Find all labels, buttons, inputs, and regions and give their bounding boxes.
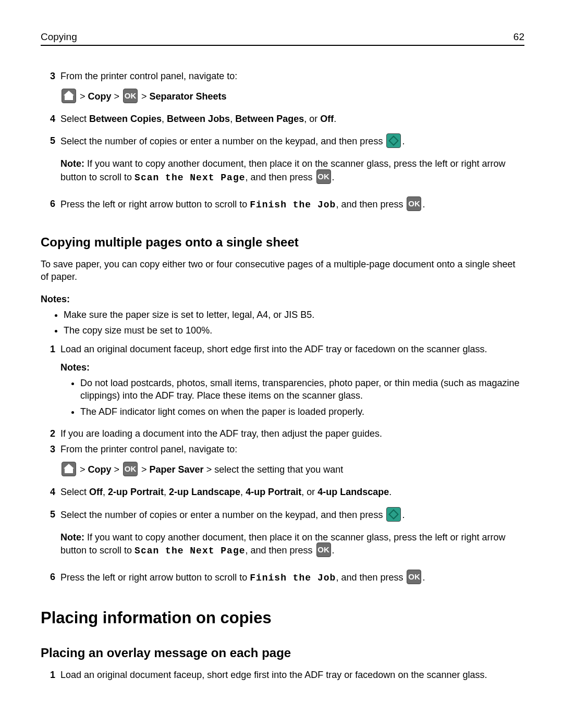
step-number: 1 bbox=[41, 669, 60, 681]
opt: Between Jobs bbox=[167, 114, 230, 124]
step-number: 6 bbox=[41, 198, 60, 212]
list-item: Make sure the paper size is set to lette… bbox=[64, 309, 524, 321]
path-item: Copy bbox=[88, 464, 112, 475]
list-item: The copy size must be set to 100%. bbox=[64, 324, 524, 337]
ok-icon: OK bbox=[316, 169, 331, 184]
notes-list: Do not load postcards, photos, small ite… bbox=[60, 377, 524, 418]
txt: Select bbox=[60, 487, 89, 497]
txt: , bbox=[162, 114, 167, 124]
heading-2: Placing an overlay message on each page bbox=[41, 645, 524, 661]
txt: , bbox=[230, 114, 235, 124]
step-body: If you are loading a document into the A… bbox=[60, 427, 524, 440]
home-icon bbox=[62, 89, 76, 103]
start-icon bbox=[386, 133, 401, 148]
txt: > select the setting that you want bbox=[204, 464, 344, 475]
txt: . bbox=[402, 510, 405, 520]
display-text: Finish the Job bbox=[250, 573, 336, 583]
step-body: Press the left or right arrow button to … bbox=[60, 198, 524, 212]
heading-2: Copying multiple pages onto a single she… bbox=[41, 234, 524, 251]
note: Note: If you want to copy another docume… bbox=[60, 157, 524, 184]
path-sep: > bbox=[77, 91, 88, 102]
start-icon bbox=[386, 507, 401, 522]
txt: . bbox=[332, 545, 335, 556]
display-text: Finish the Job bbox=[250, 199, 336, 209]
txt: . bbox=[389, 487, 391, 497]
opt: 4‑up Landscape bbox=[317, 487, 389, 497]
section-title: Copying bbox=[41, 30, 77, 44]
home-icon bbox=[62, 462, 76, 476]
step-number: 1 bbox=[41, 343, 60, 424]
step-number: 5 bbox=[41, 508, 60, 560]
step: 2 If you are loading a document into the… bbox=[41, 427, 524, 440]
page: Copying 62 3 From the printer control pa… bbox=[0, 0, 563, 716]
txt: , or bbox=[304, 114, 320, 124]
txt: From the printer control panel, navigate… bbox=[60, 443, 524, 455]
path-sep: > bbox=[112, 91, 123, 102]
path-item: Paper Saver bbox=[150, 464, 204, 475]
txt: . bbox=[422, 199, 425, 209]
ok-icon: OK bbox=[316, 542, 331, 557]
step-body: Load an original document faceup, short … bbox=[60, 343, 524, 424]
txt: , and then press bbox=[246, 545, 315, 556]
heading-1: Placing information on copies bbox=[41, 607, 524, 629]
txt: Press the left or right arrow button to … bbox=[60, 572, 250, 583]
txt: Select the number of copies or enter a n… bbox=[60, 510, 385, 520]
step-text: From the printer control panel, navigate… bbox=[60, 70, 524, 82]
txt: Press the left or right arrow button to … bbox=[60, 199, 250, 209]
step: 4 Select Off, 2‑up Portrait, 2‑up Landsc… bbox=[41, 486, 524, 498]
opt: Off bbox=[89, 487, 103, 497]
txt: , or bbox=[301, 487, 317, 497]
opt: Between Pages bbox=[235, 114, 304, 124]
ok-icon: OK bbox=[123, 89, 138, 103]
step: 4 Select Between Copies, Between Jobs, B… bbox=[41, 113, 524, 125]
note-label: Note: bbox=[60, 158, 87, 169]
step-number: 6 bbox=[41, 571, 60, 585]
ok-icon: OK bbox=[123, 462, 138, 476]
nav-path: > Copy > OK > Separator Sheets bbox=[60, 90, 524, 104]
page-number: 62 bbox=[513, 30, 524, 44]
step-body: From the printer control panel, navigate… bbox=[60, 70, 524, 109]
list-item: Do not load postcards, photos, small ite… bbox=[80, 377, 524, 402]
txt: . bbox=[334, 114, 336, 124]
ok-icon: OK bbox=[407, 196, 421, 211]
step: 1 Load an original document faceup, shor… bbox=[41, 669, 524, 681]
opt: 4‑up Portrait bbox=[246, 487, 301, 497]
step-body: Press the left or right arrow button to … bbox=[60, 571, 524, 585]
step-body: Select the number of copies or enter a n… bbox=[60, 134, 524, 187]
txt: , bbox=[103, 487, 108, 497]
paragraph: To save paper, you can copy either two o… bbox=[41, 258, 524, 283]
path-sep: > bbox=[77, 464, 88, 475]
page-header: Copying 62 bbox=[41, 30, 524, 46]
step-body: Select the number of copies or enter a n… bbox=[60, 508, 524, 560]
path-item: Separator Sheets bbox=[150, 91, 227, 102]
txt: Select bbox=[60, 114, 89, 124]
path-sep: > bbox=[139, 91, 150, 102]
display-text: Scan the Next Page bbox=[134, 546, 245, 556]
txt: . bbox=[332, 171, 335, 182]
opt: Between Copies bbox=[89, 114, 162, 124]
display-text: Scan the Next Page bbox=[134, 172, 245, 182]
txt: . bbox=[402, 136, 405, 146]
txt: . bbox=[422, 572, 425, 583]
step-body: Select Off, 2‑up Portrait, 2‑up Landscap… bbox=[60, 486, 524, 498]
txt: Select the number of copies or enter a n… bbox=[60, 136, 385, 146]
step: 5 Select the number of copies or enter a… bbox=[41, 508, 524, 560]
step: 6 Press the left or right arrow button t… bbox=[41, 571, 524, 585]
step: 5 Select the number of copies or enter a… bbox=[41, 134, 524, 187]
opt: 2‑up Portrait bbox=[108, 487, 164, 497]
step-body: Select Between Copies, Between Jobs, Bet… bbox=[60, 113, 524, 125]
opt: 2‑up Landscape bbox=[169, 487, 240, 497]
path-sep: > bbox=[112, 464, 123, 475]
nav-path: > Copy > OK > Paper Saver > select the s… bbox=[60, 463, 524, 477]
notes-list: Make sure the paper size is set to lette… bbox=[41, 309, 524, 337]
path-sep: > bbox=[139, 464, 150, 475]
step: 6 Press the left or right arrow button t… bbox=[41, 198, 524, 212]
step: 3 From the printer control panel, naviga… bbox=[41, 443, 524, 483]
step-number: 3 bbox=[41, 443, 60, 483]
step-body: From the printer control panel, navigate… bbox=[60, 443, 524, 483]
note: Note: If you want to copy another docume… bbox=[60, 531, 524, 558]
step-number: 4 bbox=[41, 113, 60, 125]
step-number: 5 bbox=[41, 134, 60, 187]
step-number: 3 bbox=[41, 70, 60, 109]
step-number: 4 bbox=[41, 486, 60, 498]
